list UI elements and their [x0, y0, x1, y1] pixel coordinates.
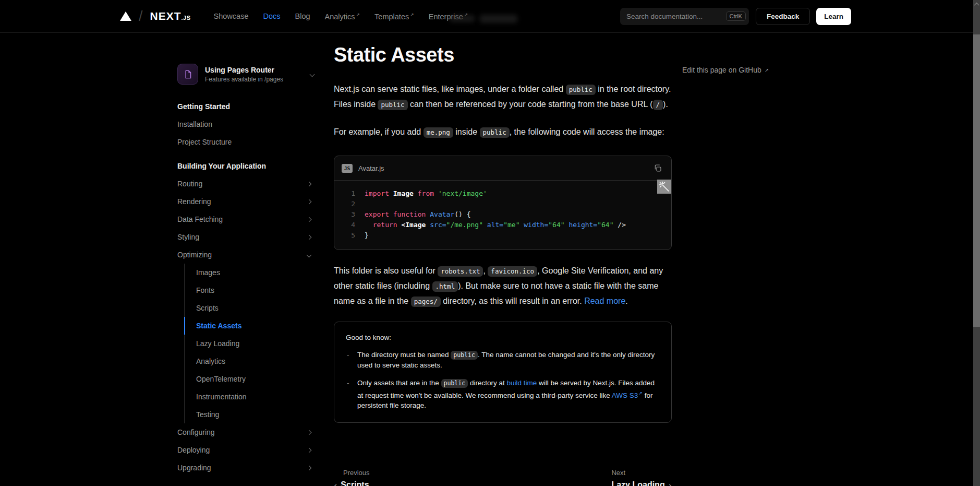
sidebar-item-instrumentation[interactable]: Instrumentation — [184, 388, 319, 406]
nav-link-analytics[interactable]: Analytics↗ — [325, 12, 360, 21]
nav-link-showcase[interactable]: Showcase — [214, 12, 249, 20]
sidebar-item-building-your-application: Building Your Application — [177, 157, 319, 175]
scrollbar-up-arrow-icon[interactable] — [973, 0, 980, 9]
shortcut-badge: CtrlK — [726, 11, 746, 21]
search-input[interactable]: Search documentation... CtrlK — [620, 8, 749, 25]
sidebar-item-data-fetching[interactable]: Data Fetching — [177, 210, 319, 228]
sidebar-item-routing[interactable]: Routing — [177, 175, 319, 193]
inline-code: robots.txt — [438, 266, 483, 277]
good-to-know-callout: Good to know: -The directory must be nam… — [334, 322, 672, 423]
code-line: 4 return <Image src="/me.png" alt="me" w… — [334, 220, 671, 230]
sidebar-item-optimizing[interactable]: Optimizing — [177, 246, 319, 264]
sidebar-nav: Getting StartedInstallationProject Struc… — [177, 98, 319, 477]
doc-paragraph: This folder is also useful for robots.tx… — [334, 264, 672, 309]
code-block: JS Avatar.js 1import Image from 'next/im… — [334, 156, 672, 250]
code-filename: Avatar.js — [358, 164, 384, 172]
nextjs-logo[interactable]: / NEXT.JS — [120, 8, 191, 25]
code-line: 1import Image from 'next/image' — [334, 188, 671, 199]
inline-code: / — [653, 100, 663, 110]
sidebar-item-rendering[interactable]: Rendering — [177, 193, 319, 210]
sidebar-item-fonts[interactable]: Fonts — [184, 281, 319, 299]
inline-code: public — [480, 127, 510, 138]
external-link-icon: ↗ — [356, 12, 360, 17]
sidebar-item-scripts[interactable]: Scripts — [184, 299, 319, 317]
pager-previous-label: Previous — [343, 469, 370, 477]
copy-code-button[interactable] — [651, 162, 664, 174]
nav-link-templates[interactable]: Templates↗ — [374, 12, 414, 21]
inline-link-build-time[interactable]: build time — [506, 379, 537, 387]
inline-code: public — [451, 351, 478, 360]
chevron-left-icon: ‹ — [334, 480, 337, 486]
sparkle-cursor-icon — [657, 180, 671, 194]
sidebar-item-styling[interactable]: Styling — [177, 228, 319, 246]
code-line: 5} — [334, 230, 671, 241]
chevron-down-icon — [308, 70, 316, 78]
vercel-triangle-icon — [120, 11, 131, 21]
chevron-right-icon — [305, 446, 313, 454]
scrollbar[interactable] — [973, 0, 980, 486]
sidebar-item-analytics[interactable]: Analytics — [184, 352, 319, 370]
chevron-down-icon — [305, 251, 313, 259]
edit-on-github-link[interactable]: Edit this page on GitHub↗ — [682, 66, 769, 74]
page: / NEXT.JS ShowcaseDocsBlogAnalytics↗Temp… — [0, 0, 980, 486]
scrollbar-thumb[interactable] — [973, 34, 980, 327]
inline-link-read-more[interactable]: Read more — [584, 297, 625, 305]
feedback-button[interactable]: Feedback — [756, 8, 810, 25]
chevron-right-icon — [305, 233, 313, 241]
top-nav: / NEXT.JS ShowcaseDocsBlogAnalytics↗Temp… — [0, 0, 980, 33]
pager-next[interactable]: Next Lazy Loading› — [611, 469, 672, 486]
line-number: 4 — [334, 220, 365, 230]
learn-button[interactable]: Learn — [816, 8, 851, 25]
sidebar-item-installation[interactable]: Installation — [177, 115, 319, 133]
inline-code: public — [566, 85, 596, 95]
search-placeholder: Search documentation... — [626, 13, 703, 20]
chevron-right-icon — [305, 464, 313, 472]
pager-previous[interactable]: Previous ‹Scripts — [334, 469, 370, 486]
inline-code: pages/ — [411, 297, 441, 307]
inline-code: .html — [432, 281, 458, 292]
line-number: 1 — [334, 188, 365, 199]
switcher-title: Using Pages Router — [205, 66, 283, 74]
chevron-right-icon — [305, 180, 313, 188]
inline-code: favicon.ico — [488, 266, 537, 277]
switcher-subtitle: Features available in /pages — [205, 76, 283, 83]
bullet-dash: - — [346, 350, 357, 371]
sidebar-item-configuring[interactable]: Configuring — [177, 423, 319, 441]
external-link-icon: ↗ — [638, 390, 643, 396]
nav-link-blog[interactable]: Blog — [295, 12, 310, 20]
sidebar-item-images[interactable]: Images — [184, 264, 319, 281]
callout-bullet: -The directory must be named public. The… — [346, 350, 660, 371]
pager: Previous ‹Scripts Next Lazy Loading› — [334, 469, 672, 486]
bullet-dash: - — [346, 378, 357, 411]
sidebar-item-lazy-loading[interactable]: Lazy Loading — [184, 335, 319, 352]
inline-link-aws-s3[interactable]: AWS S3↗ — [612, 392, 643, 399]
sidebar-item-static-assets[interactable]: Static Assets — [184, 317, 319, 335]
page-title: Static Assets — [334, 44, 672, 66]
inline-code: public — [441, 379, 468, 388]
sidebar-item-deploying[interactable]: Deploying — [177, 441, 319, 459]
external-link-icon: ↗ — [410, 12, 414, 17]
code-body: 1import Image from 'next/image'23export … — [334, 181, 671, 250]
sidebar: Using Pages Router Features available in… — [177, 64, 319, 477]
chevron-right-icon — [305, 197, 313, 206]
nav-link-docs[interactable]: Docs — [263, 12, 280, 20]
router-switcher[interactable]: Using Pages Router Features available in… — [177, 64, 319, 85]
callout-bullet: -Only assets that are in the public dire… — [346, 378, 660, 411]
inline-code: me.png — [424, 127, 453, 138]
js-file-icon: JS — [342, 164, 353, 173]
sidebar-item-testing[interactable]: Testing — [184, 406, 319, 423]
sidebar-item-opentelemetry[interactable]: OpenTelemetry — [184, 370, 319, 388]
chevron-right-icon: › — [669, 480, 672, 486]
sidebar-item-upgrading[interactable]: Upgrading — [177, 459, 319, 477]
pages-router-icon — [177, 64, 198, 85]
pager-next-label: Next — [611, 469, 672, 477]
doc-content: Static Assets Next.js can serve static f… — [334, 38, 672, 486]
code-line: 3export function Avatar() { — [334, 209, 671, 220]
sidebar-item-project-structure[interactable]: Project Structure — [177, 133, 319, 151]
code-block-header: JS Avatar.js — [334, 156, 671, 181]
line-number: 5 — [334, 230, 365, 241]
line-number: 3 — [334, 209, 365, 220]
brand-text: NEXT.JS — [150, 10, 191, 22]
external-link-icon: ↗ — [765, 67, 769, 73]
line-number: 2 — [334, 199, 365, 209]
